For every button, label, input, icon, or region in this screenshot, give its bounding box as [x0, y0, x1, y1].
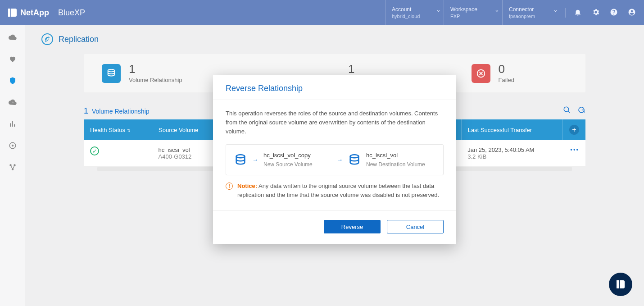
source-volume: hc_iscsi_vol: [159, 146, 213, 153]
card-failed: 0Failed: [458, 63, 581, 83]
page-title: Replication: [59, 35, 99, 44]
relationship-diagram: → hc_iscsi_vol_copy New Source Volume → …: [226, 144, 444, 175]
brand-product: BlueXP: [58, 8, 85, 18]
new-destination-name: hc_iscsi_vol: [366, 151, 425, 160]
new-destination-role: New Destination Volume: [366, 160, 425, 169]
card-volume-relationship: 1Volume Relationship: [88, 63, 212, 83]
svg-point-8: [236, 155, 245, 158]
warning-icon: !: [226, 183, 233, 190]
col-source[interactable]: Source Volume: [152, 119, 220, 140]
connector-value: fpsaonprem: [509, 14, 554, 19]
replication-icon: [41, 33, 53, 45]
volume-icon: [348, 154, 361, 166]
dialog-description: This operation reverses the roles of the…: [226, 109, 444, 136]
brand-company: NetApp: [20, 8, 49, 18]
svg-point-9: [350, 155, 359, 158]
card-num: 1: [348, 63, 368, 75]
arrow-right-icon: →: [252, 155, 258, 164]
nav-governance-icon[interactable]: [9, 142, 17, 150]
settings-icon[interactable]: [592, 8, 600, 18]
table-caption-text: Volume Relationship: [92, 108, 150, 115]
cancel-button[interactable]: Cancel: [387, 220, 444, 233]
card-num: 0: [499, 63, 514, 75]
help-icon[interactable]: [610, 8, 618, 18]
refresh-icon[interactable]: [577, 106, 585, 116]
account-label: Account: [392, 6, 437, 13]
side-nav: [0, 25, 25, 306]
table-caption: 1 Volume Relationship: [84, 106, 150, 116]
account-selector[interactable]: Account hybrid_cloud ⌄: [385, 0, 444, 25]
nav-reports-icon[interactable]: [9, 120, 17, 128]
arrow-right-icon: →: [337, 155, 343, 164]
chevron-down-icon: ⌄: [494, 6, 499, 13]
workspace-value: FXP: [450, 14, 496, 19]
workspace-label: Workspace: [450, 6, 496, 13]
nav-canvas-icon[interactable]: [9, 33, 17, 41]
page-header: Replication: [25, 25, 644, 50]
new-destination-side: → hc_iscsi_vol New Destination Volume: [337, 151, 435, 169]
workspace-selector[interactable]: Workspace FXP ⌄: [444, 0, 502, 25]
chevron-down-icon: ⌄: [553, 6, 558, 13]
connector-selector[interactable]: Connector fpsaonprem ⌄: [502, 0, 561, 25]
chevron-down-icon: ⌄: [436, 6, 441, 13]
netapp-logo-icon: [8, 9, 17, 17]
nav-protection-icon[interactable]: [9, 77, 17, 85]
nav-sync-icon[interactable]: [9, 98, 17, 106]
user-icon[interactable]: [628, 8, 636, 18]
reverse-relationship-dialog: Reverse Relationship This operation reve…: [213, 75, 456, 244]
top-bar: NetApp BlueXP Account hybrid_cloud ⌄ Wor…: [0, 0, 644, 25]
source-system: A400-G0312: [159, 153, 213, 160]
card-cap: Volume Relationship: [129, 77, 182, 83]
nav-health-icon[interactable]: [9, 55, 17, 63]
dialog-notice: ! Notice: Any data written to the origin…: [226, 182, 444, 200]
netapp-fab-button[interactable]: [609, 273, 632, 296]
failed-icon: [472, 64, 490, 83]
search-icon[interactable]: [563, 106, 571, 116]
last-transfer-time: Jan 25, 2023, 5:40:05 AM: [467, 146, 556, 153]
reverse-button[interactable]: Reverse: [324, 220, 381, 233]
new-source-name: hc_iscsi_vol_copy: [263, 151, 313, 160]
col-health[interactable]: Health Status⇅: [84, 119, 152, 140]
card-cap: Failed: [499, 77, 514, 83]
dialog-title: Reverse Relationship: [213, 75, 456, 100]
volumes-icon: [102, 64, 121, 83]
svg-point-7: [564, 107, 569, 112]
notifications-icon[interactable]: [574, 8, 582, 18]
connector-label: Connector: [509, 6, 554, 13]
last-transfer-size: 3.2 KiB: [467, 153, 556, 160]
notice-text: Any data written to the original source …: [237, 183, 439, 198]
account-value: hybrid_cloud: [392, 14, 437, 19]
add-relationship-button[interactable]: +: [569, 125, 579, 135]
new-source-role: New Source Volume: [263, 160, 313, 169]
notice-label: Notice:: [237, 183, 257, 189]
netapp-logo-icon: [617, 280, 625, 288]
card-num: 1: [129, 63, 182, 75]
volume-icon: [234, 154, 247, 166]
brand-logo[interactable]: NetApp: [8, 8, 49, 18]
row-actions-menu[interactable]: •••: [570, 146, 579, 153]
new-source-side: → hc_iscsi_vol_copy New Source Volume: [234, 151, 332, 169]
nav-extensions-icon[interactable]: [9, 163, 17, 171]
sort-icon: ⇅: [127, 128, 131, 133]
svg-point-1: [11, 145, 14, 147]
top-actions: [565, 8, 636, 18]
table-count: 1: [84, 106, 88, 115]
health-ok-icon: ✓: [90, 146, 99, 155]
svg-point-5: [108, 69, 115, 72]
col-last[interactable]: Last Successful Transfer: [461, 119, 562, 140]
